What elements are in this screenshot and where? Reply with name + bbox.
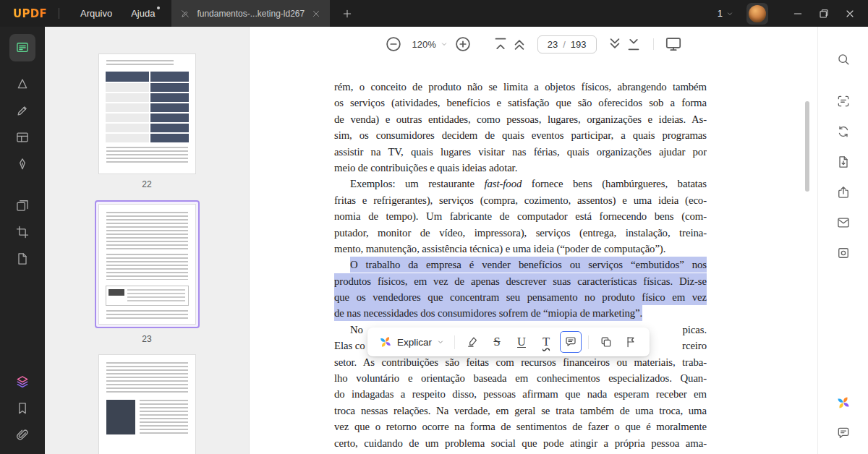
export-page-icon xyxy=(15,252,30,266)
text-line: O trabalho da empresa é vender benefício… xyxy=(334,257,707,273)
highlight-button[interactable] xyxy=(461,331,483,353)
vertical-scrollbar[interactable] xyxy=(805,101,809,192)
text-fragment-right: rceiro xyxy=(682,338,707,354)
edit-pencil-icon xyxy=(15,103,30,118)
thumb-table-cell xyxy=(150,124,189,132)
left-toolbar-top xyxy=(9,34,35,273)
titlebar: UPDF ArquivoAjuda fundamentos-...keting-… xyxy=(0,0,868,27)
organize-pages-tool[interactable] xyxy=(9,193,35,218)
text-content: os serviços (atividades, benefícios e sa… xyxy=(334,97,707,108)
ai-explain-button[interactable]: Explicar xyxy=(374,335,449,348)
text-content: fritas e refrigerantes), serviços (compr… xyxy=(334,194,707,206)
next-page-button[interactable] xyxy=(605,35,624,53)
scroll-to-top-button[interactable] xyxy=(491,35,510,53)
thumb-table-row xyxy=(106,83,189,92)
text-line: vez que o retorno ocorre na forma de sen… xyxy=(334,419,707,434)
squiggly-underline-button[interactable]: T xyxy=(535,331,557,353)
share-tool[interactable] xyxy=(831,180,856,205)
thumb-table-cell xyxy=(106,113,149,122)
document-tab[interactable]: fundamentos-...keting-ld267 xyxy=(171,0,330,27)
text-line: Exemplos: um restaurante fast-food forne… xyxy=(334,176,707,192)
comment-tool[interactable] xyxy=(9,34,35,61)
thumb-callout-lines xyxy=(127,289,185,304)
text-content: assistir na TV, quais lugares visitar na… xyxy=(334,146,707,158)
menu-arquivo[interactable]: Arquivo xyxy=(71,0,122,27)
page-divider: / xyxy=(563,39,566,50)
page-indicator[interactable]: 23 / 193 xyxy=(537,35,597,53)
text-line: do indagadas a respeito disso, pessoas a… xyxy=(334,386,707,402)
mail-tool[interactable] xyxy=(831,210,856,235)
copy-button[interactable] xyxy=(595,331,617,353)
attachment-tool[interactable] xyxy=(9,423,35,447)
bookmark-button[interactable] xyxy=(620,331,642,353)
maximize-button[interactable] xyxy=(812,2,835,25)
convert-tool[interactable] xyxy=(831,119,856,144)
crop-tool[interactable] xyxy=(9,220,35,244)
main-area: 120% 23 / 193 rém, o conceito de produto… xyxy=(250,27,817,454)
thumb-table-row xyxy=(106,72,189,82)
zoom-out-button[interactable] xyxy=(384,35,403,53)
user-avatar[interactable] xyxy=(746,3,768,25)
comment-button[interactable] xyxy=(560,331,582,353)
export-tool[interactable] xyxy=(9,247,35,271)
bookmark-tool[interactable] xyxy=(9,396,35,421)
organize-pages-icon xyxy=(15,198,30,213)
updf-ai-tool[interactable] xyxy=(831,390,856,415)
view-toolbar: 120% 23 / 193 xyxy=(250,27,817,61)
current-page-input[interactable]: 23 xyxy=(548,39,558,50)
right-toolbar-top xyxy=(831,27,856,74)
edit-tool[interactable] xyxy=(9,98,35,123)
thumb-table-row xyxy=(106,93,189,102)
search-tool[interactable] xyxy=(831,47,856,72)
presentation-button[interactable] xyxy=(664,35,683,53)
thumbnail-page[interactable] xyxy=(99,355,195,454)
left-toolbar-bottom xyxy=(9,369,35,454)
thumb-text-lines xyxy=(106,254,188,280)
thumb-callout-tag xyxy=(109,289,124,296)
text-fragment-left: No xyxy=(334,322,363,338)
zoom-dropdown[interactable] xyxy=(441,40,448,48)
thumb-table-cell xyxy=(106,83,149,92)
text-line: de venda) e outras entidades, como pesso… xyxy=(334,111,707,127)
total-pages: 193 xyxy=(571,39,587,50)
text-content: setor. As contribuições são feitas com r… xyxy=(334,356,707,368)
menu-ajuda[interactable]: Ajuda xyxy=(122,0,164,27)
thumbnail-page-23[interactable] xyxy=(99,205,195,324)
text-content: lho voluntário e orientação baseada em c… xyxy=(334,372,707,384)
previous-page-button[interactable] xyxy=(510,35,529,53)
thumb-table-cell xyxy=(150,134,189,142)
menu-badge-dot xyxy=(157,7,160,9)
thumb-figure-box xyxy=(106,400,135,434)
extract-tool[interactable] xyxy=(831,150,856,174)
new-tab-button[interactable] xyxy=(341,8,353,20)
minimize-button[interactable] xyxy=(786,2,809,25)
zoom-in-button[interactable] xyxy=(454,35,472,53)
chevron-down-icon xyxy=(726,10,733,17)
scroll-to-bottom-button[interactable] xyxy=(624,35,643,53)
underline-button[interactable]: U xyxy=(511,331,532,353)
ocr-tool[interactable] xyxy=(831,89,856,113)
no-edit-icon xyxy=(180,9,190,19)
text-line: meio de contribuições e quais ideias ado… xyxy=(334,160,707,176)
left-toolbar xyxy=(0,27,45,454)
text-line: certo, cuidando de um problema social qu… xyxy=(334,435,707,451)
sign-tool[interactable] xyxy=(9,152,35,176)
strikethrough-button[interactable]: S xyxy=(486,331,508,353)
snapshot-tool[interactable] xyxy=(831,241,856,265)
close-button[interactable] xyxy=(838,2,861,25)
chat-tool[interactable] xyxy=(831,421,856,445)
minimize-icon xyxy=(792,8,804,20)
pointer-tool[interactable] xyxy=(9,72,35,96)
thumb-table-cell xyxy=(106,93,149,102)
thumb-text-lines xyxy=(106,310,188,319)
text-line: fritas e refrigerantes), serviços (compr… xyxy=(334,192,707,208)
tab-counter-dropdown[interactable]: 1 xyxy=(718,8,733,19)
form-tool[interactable] xyxy=(9,125,35,150)
chevron-down-icon[interactable] xyxy=(437,338,444,346)
layers-tool[interactable] xyxy=(9,369,35,394)
convert-icon xyxy=(836,124,851,139)
thumb-callout-box xyxy=(106,286,189,306)
text-line: nomia de tempo). Um fabricante de comput… xyxy=(334,208,707,224)
thumbnail-page-22[interactable] xyxy=(99,54,195,174)
tab-close-icon[interactable] xyxy=(311,9,321,19)
